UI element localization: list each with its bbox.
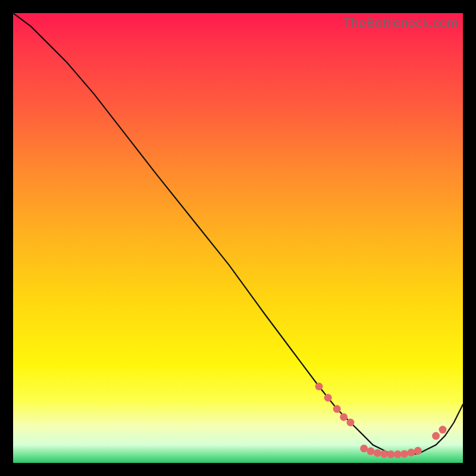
highlight-dot — [315, 383, 323, 390]
highlight-dot — [374, 449, 381, 457]
highlight-dot — [380, 450, 388, 458]
highlight-dot — [367, 447, 375, 455]
highlight-dots-group — [315, 383, 447, 458]
highlight-dot — [324, 394, 332, 402]
highlight-dot — [387, 450, 395, 458]
bottleneck-curve — [13, 13, 463, 454]
highlight-dot — [340, 413, 347, 421]
highlight-dot — [439, 426, 447, 434]
curve-layer — [13, 13, 463, 463]
highlight-dot — [347, 419, 355, 427]
highlight-dot — [432, 432, 440, 440]
highlight-dot — [333, 405, 341, 413]
highlight-dot — [408, 449, 415, 456]
highlight-dot — [414, 447, 422, 455]
highlight-dot — [400, 450, 408, 458]
plot-area: TheBottleneck.com — [13, 13, 463, 463]
highlight-dot — [394, 450, 402, 458]
chart-frame: TheBottleneck.com — [0, 0, 476, 476]
highlight-dot — [360, 444, 368, 452]
